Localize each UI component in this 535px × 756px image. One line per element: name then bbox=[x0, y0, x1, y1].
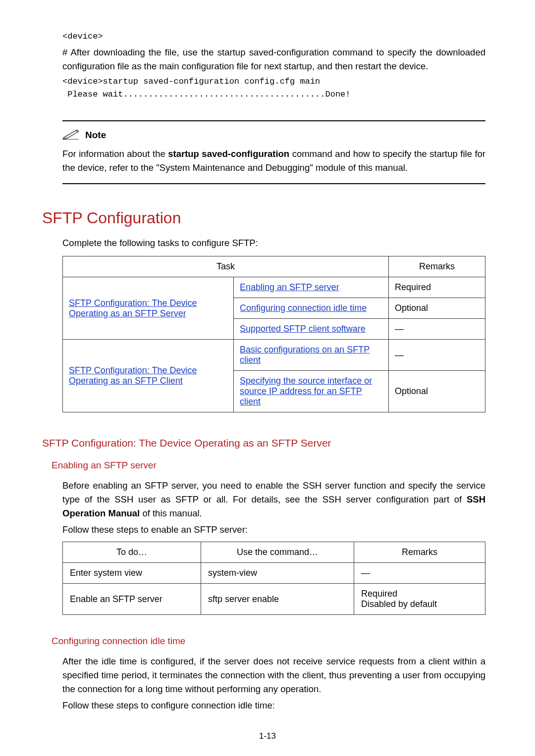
cell-task: Supported SFTP client software bbox=[234, 319, 389, 340]
link-configuring-idle[interactable]: Configuring connection idle time bbox=[240, 303, 367, 313]
cell-remarks: Optional bbox=[389, 298, 485, 319]
note-label: Note bbox=[85, 128, 106, 142]
cell-todo: Enter system view bbox=[63, 563, 201, 584]
note-body-bold1: startup saved-configuration bbox=[168, 149, 289, 159]
heading-sftp-server: SFTP Configuration: The Device Operating… bbox=[42, 437, 485, 449]
table-row: SFTP Configuration: The Device Operating… bbox=[63, 277, 485, 298]
note-body: For information about the startup saved-… bbox=[62, 147, 485, 175]
heading-configuring-idle: Configuring connection idle time bbox=[52, 636, 485, 647]
cell-remarks: Required Disabled by default bbox=[354, 584, 485, 615]
heading-enabling-sftp: Enabling an SFTP server bbox=[52, 460, 485, 471]
link-supported-client[interactable]: Supported SFTP client software bbox=[240, 324, 366, 334]
cell-command: sftp server enable bbox=[201, 584, 354, 615]
task-table: Task Remarks SFTP Configuration: The Dev… bbox=[62, 256, 485, 412]
note-divider-bottom bbox=[62, 183, 485, 184]
code-line-done: Please wait.............................… bbox=[62, 89, 485, 101]
intro-sftp: Complete the following tasks to configur… bbox=[62, 236, 485, 250]
cell-remarks: — bbox=[389, 340, 485, 371]
cell-task: Specifying the source interface or sourc… bbox=[234, 371, 389, 412]
cell-todo: Enable an SFTP server bbox=[63, 584, 201, 615]
enable-paragraph-1: Before enabling an SFTP server, you need… bbox=[62, 479, 485, 520]
enable-para-1a: Before enabling an SFTP server, you need… bbox=[62, 480, 485, 504]
heading-sftp-configuration: SFTP Configuration bbox=[42, 209, 485, 227]
enable-paragraph-2: Follow these steps to enable an SFTP ser… bbox=[62, 523, 485, 537]
cell-remarks: Required bbox=[389, 277, 485, 298]
page-number: 1-13 bbox=[0, 731, 535, 741]
cell-task: Configuring connection idle time bbox=[234, 298, 389, 319]
link-enabling-sftp[interactable]: Enabling an SFTP server bbox=[240, 282, 339, 292]
cell-remarks: Optional bbox=[389, 371, 485, 412]
code-line-startup: <device>startup saved-configuration conf… bbox=[62, 76, 485, 88]
cell-task: Enabling an SFTP server bbox=[234, 277, 389, 298]
cell-client-group: SFTP Configuration: The Device Operating… bbox=[63, 340, 234, 412]
page-container: <device> # After downloading the file, u… bbox=[0, 0, 535, 756]
cell-remarks: — bbox=[354, 563, 485, 584]
paragraph-after-download: # After downloading the file, use the st… bbox=[62, 46, 485, 73]
table-row: Enable an SFTP server sftp server enable… bbox=[63, 584, 485, 615]
note-body-part1: For information about the bbox=[62, 149, 168, 159]
idle-paragraph-1: After the idle time is configured, if th… bbox=[62, 655, 485, 696]
cell-remarks: — bbox=[389, 319, 485, 340]
th-todo: To do… bbox=[63, 542, 201, 563]
table-row: Enter system view system-view — bbox=[63, 563, 485, 584]
th-remarks: Remarks bbox=[354, 542, 485, 563]
table-row: SFTP Configuration: The Device Operating… bbox=[63, 340, 485, 371]
enable-para-1c: of this manual. bbox=[140, 508, 202, 518]
cell-server-group: SFTP Configuration: The Device Operating… bbox=[63, 277, 234, 340]
th-task: Task bbox=[63, 256, 389, 277]
note-divider-top bbox=[62, 120, 485, 121]
link-basic-client[interactable]: Basic configurations on an SFTP client bbox=[240, 345, 370, 365]
cell-remarks-line2: Disabled by default bbox=[361, 599, 478, 609]
note-pencil-icon bbox=[62, 126, 80, 142]
link-client-group[interactable]: SFTP Configuration: The Device Operating… bbox=[69, 365, 197, 386]
command-table: To do… Use the command… Remarks Enter sy… bbox=[62, 542, 485, 615]
table-header-row: Task Remarks bbox=[63, 256, 485, 277]
note-header: Note bbox=[62, 126, 485, 142]
th-remarks: Remarks bbox=[389, 256, 485, 277]
link-server-group[interactable]: SFTP Configuration: The Device Operating… bbox=[69, 298, 197, 318]
cell-remarks-line1: Required bbox=[361, 589, 478, 599]
cell-command: system-view bbox=[201, 563, 354, 584]
link-source-interface[interactable]: Specifying the source interface or sourc… bbox=[240, 376, 372, 406]
cell-task: Basic configurations on an SFTP client bbox=[234, 340, 389, 371]
table-header-row: To do… Use the command… Remarks bbox=[63, 542, 485, 563]
th-use-command: Use the command… bbox=[201, 542, 354, 563]
idle-paragraph-2: Follow these steps to configure connecti… bbox=[62, 699, 485, 712]
code-line-device: <device> bbox=[62, 31, 485, 43]
